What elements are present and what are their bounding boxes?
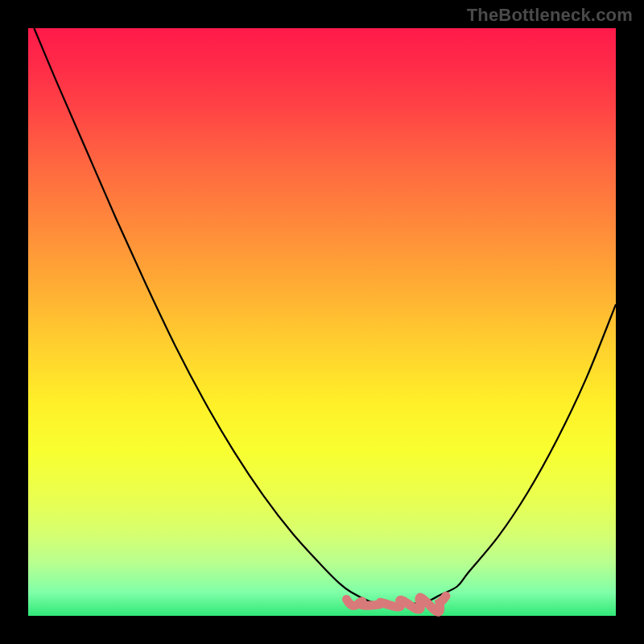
chart-area — [28, 28, 616, 616]
bottleneck-curve — [28, 28, 616, 616]
flat-marker — [347, 596, 447, 612]
watermark-text: TheBottleneck.com — [467, 5, 633, 26]
curve-path — [34, 28, 616, 605]
